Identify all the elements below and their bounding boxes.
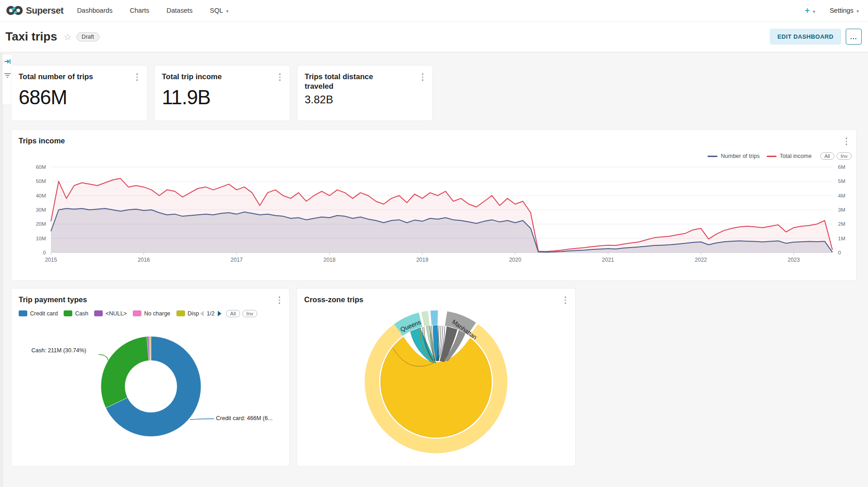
- new-item-button[interactable]: +▼: [805, 6, 816, 15]
- card-title: Trips total distance traveled: [305, 72, 396, 91]
- dashboard-more-button[interactable]: ...: [846, 29, 862, 45]
- svg-text:2017: 2017: [231, 257, 243, 263]
- top-navbar: Superset Dashboards Charts Datasets SQL▼…: [0, 0, 868, 21]
- kebab-menu-icon[interactable]: [277, 295, 282, 305]
- svg-text:0: 0: [838, 250, 841, 255]
- legend-next-page-arrow[interactable]: [218, 311, 221, 316]
- kebab-menu-icon[interactable]: [844, 136, 849, 147]
- bottom-row: Trip payment types Credit card Cash <NUL…: [11, 288, 857, 467]
- chord-chart-area: QueensManhattan: [304, 306, 568, 457]
- kebab-menu-icon[interactable]: [420, 72, 426, 82]
- nav-item-charts[interactable]: Charts: [130, 7, 150, 14]
- donut-legend: Credit card Cash <NULL> No charge Disp 1…: [19, 310, 282, 317]
- legend-line-swatch: [767, 156, 777, 157]
- svg-text:2015: 2015: [45, 257, 57, 263]
- favorite-star-icon[interactable]: ☆: [64, 31, 72, 42]
- card-title: Total number of trips: [19, 72, 93, 81]
- svg-text:2022: 2022: [695, 257, 707, 263]
- svg-text:2021: 2021: [602, 257, 614, 263]
- superset-infinity-icon: [6, 5, 23, 16]
- cross-zone-trips-card: Cross-zone trips QueensManhattan: [296, 288, 576, 467]
- svg-text:4M: 4M: [838, 193, 845, 198]
- kebab-menu-icon[interactable]: [563, 295, 568, 305]
- trip-payment-types-card: Trip payment types Credit card Cash <NUL…: [11, 288, 290, 467]
- card-title: Total trip income: [162, 72, 222, 81]
- svg-text:2019: 2019: [416, 257, 428, 263]
- settings-menu[interactable]: Settings▼: [830, 7, 860, 14]
- metric-card-trip-income: Total trip income 11.9B: [154, 65, 290, 121]
- filter-bar-rail: [0, 53, 3, 487]
- legend-swatch: [176, 310, 185, 316]
- superset-logo[interactable]: Superset: [6, 5, 63, 16]
- svg-text:5M: 5M: [838, 178, 845, 184]
- metric-card-total-distance: Trips total distance traveled 3.82B: [297, 65, 433, 121]
- svg-text:3M: 3M: [838, 207, 845, 213]
- metrics-row: Total number of trips 686M Total trip in…: [11, 65, 857, 121]
- legend-item-no-charge[interactable]: No charge: [133, 310, 171, 317]
- chart-title: Cross-zone trips: [304, 295, 363, 304]
- legend-swatch: [64, 310, 72, 316]
- legend-invert-button[interactable]: Inv: [837, 152, 852, 160]
- svg-text:2M: 2M: [838, 221, 845, 227]
- svg-text:2023: 2023: [788, 257, 800, 263]
- navbar-right: +▼ Settings▼: [805, 6, 860, 15]
- nav-item-datasets[interactable]: Datasets: [166, 7, 192, 14]
- legend-line-swatch: [707, 156, 717, 157]
- svg-text:6M: 6M: [838, 164, 845, 170]
- svg-text:2020: 2020: [509, 257, 522, 263]
- legend-item-null[interactable]: <NULL>: [94, 310, 127, 317]
- svg-text:50M: 50M: [36, 178, 46, 184]
- legend-swatch: [133, 310, 141, 316]
- chart-title: Trip payment types: [19, 295, 87, 304]
- svg-text:0: 0: [43, 250, 46, 255]
- caret-down-icon: ▼: [856, 9, 860, 14]
- kebab-menu-icon[interactable]: [277, 72, 283, 82]
- legend-swatch: [94, 310, 103, 316]
- trips-income-card: Trips income Number of trips Total incom…: [11, 129, 857, 281]
- donut-callout-cash: Cash: 211M (30.74%): [31, 347, 86, 354]
- legend-item-dispute[interactable]: Disp: [176, 310, 199, 317]
- legend-item-total-income[interactable]: Total income: [767, 153, 812, 159]
- cross-zone-trips-chart: QueensManhattan: [304, 306, 569, 457]
- legend-item-credit-card[interactable]: Credit card: [19, 310, 58, 317]
- timeseries-legend: Number of trips Total income All Inv: [707, 152, 852, 160]
- svg-text:60M: 60M: [36, 164, 46, 170]
- dashboard-grid: Total number of trips 686M Total trip in…: [0, 52, 868, 467]
- nav-item-dashboards[interactable]: Dashboards: [77, 7, 112, 14]
- main-nav: Dashboards Charts Datasets SQL▼: [77, 7, 246, 14]
- edit-dashboard-button[interactable]: EDIT DASHBOARD: [770, 29, 841, 45]
- donut-chart-area: Cash: 211M (30.74%) Credit card: 466M (6…: [19, 318, 282, 455]
- svg-text:2016: 2016: [138, 257, 150, 263]
- caret-down-icon: ▼: [812, 10, 816, 14]
- big-number-value: 11.9B: [162, 86, 282, 109]
- svg-text:30M: 30M: [36, 207, 46, 213]
- caret-down-icon: ▼: [226, 9, 230, 14]
- legend-prev-page-arrow[interactable]: [200, 311, 204, 316]
- expand-filter-bar-icon[interactable]: [4, 58, 11, 65]
- filter-icon[interactable]: [4, 73, 11, 79]
- status-badge: Draft: [76, 32, 100, 41]
- chart-title: Trips income: [19, 136, 65, 146]
- donut-callout-credit-card: Credit card: 466M (6...: [216, 415, 272, 421]
- dashboard-header: Taxi trips ☆ Draft EDIT DASHBOARD ...: [0, 21, 868, 52]
- legend-page-indicator: 1/2: [207, 310, 215, 317]
- big-number-value: 686M: [19, 86, 140, 109]
- svg-text:40M: 40M: [36, 193, 46, 198]
- svg-text:10M: 10M: [36, 235, 46, 241]
- legend-swatch: [19, 310, 27, 316]
- page-title: Taxi trips: [5, 30, 57, 44]
- svg-text:1M: 1M: [838, 235, 845, 241]
- kebab-menu-icon[interactable]: [135, 72, 140, 82]
- legend-select-all-button[interactable]: All: [820, 152, 834, 160]
- legend-invert-button[interactable]: Inv: [242, 310, 257, 317]
- legend-select-all-button[interactable]: All: [226, 310, 240, 317]
- metric-card-total-trips: Total number of trips 686M: [11, 65, 147, 121]
- svg-text:2018: 2018: [323, 257, 336, 263]
- trip-payment-types-chart: [19, 318, 283, 455]
- trips-income-chart: 60M6M50M5M40M4M30M3M20M2M10M1M0020152016…: [19, 156, 850, 267]
- brand-name: Superset: [26, 5, 63, 16]
- svg-text:20M: 20M: [36, 221, 46, 227]
- legend-item-cash[interactable]: Cash: [64, 310, 88, 317]
- legend-item-number-of-trips[interactable]: Number of trips: [707, 153, 759, 159]
- nav-item-sql[interactable]: SQL▼: [210, 7, 230, 14]
